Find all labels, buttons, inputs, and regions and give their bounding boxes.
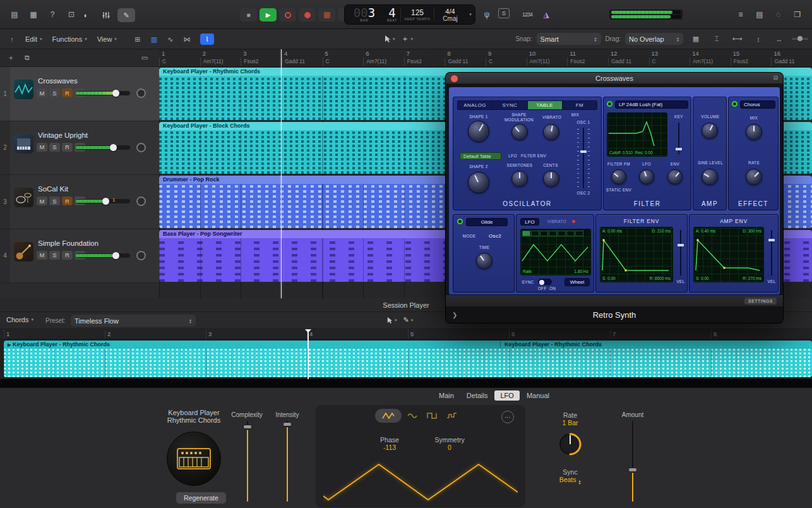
- regenerate-button[interactable]: Regenerate: [176, 492, 226, 504]
- dimmer-icon[interactable]: ◐: [77, 8, 95, 22]
- secondary-tool-selector[interactable]: ＋▾: [402, 33, 414, 44]
- record-button[interactable]: [279, 8, 296, 21]
- ibeam-icon[interactable]: ⌶: [710, 33, 724, 45]
- lfo-rate-value[interactable]: 1.80 Hz: [575, 269, 588, 274]
- ruler-bar-cell[interactable]: 10 Am7(11): [527, 49, 568, 67]
- static-label[interactable]: STATIC: [606, 188, 621, 192]
- osc-vibrato-knob[interactable]: [543, 124, 559, 140]
- amp-env-display[interactable]: A: 0.40 ms D: 300 ms S: 0.00 R: 270 ms: [693, 227, 764, 282]
- pan-knob[interactable]: [136, 88, 146, 98]
- metronome-icon[interactable]: ◮: [539, 8, 554, 21]
- filter-fm-knob[interactable]: [611, 169, 626, 184]
- record-enable-button[interactable]: R: [62, 197, 73, 205]
- add-track-button[interactable]: ＋: [4, 52, 18, 63]
- grid-icon[interactable]: ⊞: [131, 33, 145, 45]
- session-pointer-tool[interactable]: ▾: [386, 317, 397, 324]
- session-bar-number[interactable]: 5: [408, 329, 509, 339]
- library-icon[interactable]: ▤: [7, 8, 22, 21]
- zoom-slider[interactable]: [792, 38, 808, 40]
- lfo-sync-toggle[interactable]: [538, 279, 552, 285]
- drag-popup[interactable]: No Overlap▲▼: [625, 33, 683, 45]
- track-header-options-icon[interactable]: ▭: [138, 52, 152, 63]
- filter-env-knob[interactable]: [667, 169, 683, 184]
- replace-button[interactable]: [318, 8, 335, 21]
- track-view-icon[interactable]: ▥: [147, 33, 161, 45]
- glide-power-button[interactable]: [457, 219, 463, 224]
- disclosure-chevron-icon[interactable]: ❯: [452, 311, 457, 318]
- plugin-window-crosswaves[interactable]: Crosswaves ⊟ ANALOG SYNC TABLE FM SHAPE …: [446, 73, 783, 323]
- record-enable-button[interactable]: R: [62, 143, 73, 152]
- link-window-icon[interactable]: ⊟: [773, 75, 778, 81]
- sine-level-knob[interactable]: [702, 169, 718, 185]
- disclosure-icon[interactable]: ▶: [8, 342, 11, 347]
- keyboard-player-icon[interactable]: [167, 432, 221, 486]
- ruler-bar-cell[interactable]: 3 Fsus2: [241, 49, 282, 67]
- effect-mix-knob[interactable]: [746, 124, 762, 140]
- duplicate-track-button[interactable]: ⧉: [20, 52, 34, 63]
- ruler-bar-cell[interactable]: 15 Fsus2: [731, 49, 772, 67]
- amp-env-vel-slider[interactable]: [768, 230, 775, 275]
- tab-sync[interactable]: SYNC: [493, 101, 527, 109]
- solo-button[interactable]: S: [49, 143, 60, 152]
- ruler-bar-cell[interactable]: 5 C: [323, 49, 364, 67]
- view-menu[interactable]: View▾: [92, 29, 122, 49]
- filter-lfo-knob[interactable]: [639, 169, 654, 184]
- count-in-icon[interactable]: 1234: [520, 8, 535, 21]
- zoom-h-control[interactable]: ↔: [772, 33, 786, 45]
- track-name[interactable]: Simple Foundation: [38, 239, 99, 247]
- sine-wave-button[interactable]: [404, 409, 421, 423]
- tab-details[interactable]: Details: [461, 390, 494, 401]
- intensity-slider[interactable]: [282, 421, 292, 502]
- shape1-knob[interactable]: [468, 121, 489, 142]
- apple-loops-icon[interactable]: ◌: [771, 8, 786, 21]
- cents-knob[interactable]: [543, 171, 559, 187]
- session-bar-ruler[interactable]: 12345678: [0, 329, 812, 339]
- session-bar-number[interactable]: 3: [206, 329, 307, 339]
- ruler-bar-cell[interactable]: 13 C: [649, 49, 690, 67]
- session-bar-number[interactable]: 1: [4, 329, 105, 339]
- filter-display[interactable]: Cutoff: 0.510 Res: 0.00: [607, 112, 667, 157]
- session-bar-number[interactable]: 8: [711, 329, 812, 339]
- browser-icon[interactable]: ❒: [790, 8, 805, 21]
- default-table-menu[interactable]: Default Table: [460, 152, 501, 160]
- tab-manual[interactable]: Manual: [521, 390, 555, 401]
- ruler-bar-cell[interactable]: 9 C: [486, 49, 527, 67]
- solo-button[interactable]: S: [49, 251, 60, 260]
- track-header-crosswaves[interactable]: 1 Crosswaves M S R I: [0, 67, 159, 121]
- play-button[interactable]: ▶: [260, 8, 277, 21]
- list-editors-icon[interactable]: ≡: [733, 8, 748, 21]
- more-options-button[interactable]: ⋯: [501, 411, 514, 423]
- pan-knob[interactable]: [136, 143, 146, 152]
- pencil-mode-icon[interactable]: ✎: [117, 8, 135, 22]
- master-level-meter[interactable]: [609, 9, 683, 20]
- ruler-bar-cell[interactable]: 1 C: [159, 49, 200, 67]
- volume-slider[interactable]: [76, 91, 130, 95]
- edit-menu[interactable]: Edit▾: [20, 29, 47, 49]
- midi-draw-icon[interactable]: ⋈: [180, 33, 194, 45]
- lcd-chevron-icon[interactable]: ▾: [469, 12, 472, 17]
- effect-power-button[interactable]: [732, 101, 737, 107]
- solo-button[interactable]: S: [49, 88, 60, 97]
- record-enable-button[interactable]: R: [62, 251, 73, 260]
- lcd-display[interactable]: 003 BAR 4 BEAT 125 KEEP TEMPO 4/4 Cmaj ▾: [344, 4, 475, 25]
- ruler-bar-cell[interactable]: 6 Am7(11): [363, 49, 404, 67]
- ruler-bar-cell[interactable]: 2 Am7(11): [200, 49, 241, 67]
- glide-time-knob[interactable]: [476, 253, 493, 269]
- effect-type-menu[interactable]: Chorus: [740, 100, 775, 109]
- functions-menu[interactable]: Functions▾: [47, 29, 92, 49]
- zoom-v-control[interactable]: ↕: [751, 33, 765, 45]
- tab-analog[interactable]: ANALOG: [458, 101, 493, 109]
- lfo-wheel-button[interactable]: Wheel: [564, 278, 590, 286]
- session-playhead[interactable]: [307, 329, 309, 379]
- shape-mod-knob[interactable]: [511, 124, 528, 140]
- session-pencil-tool[interactable]: ✎▾: [403, 316, 414, 324]
- capture-recording-button[interactable]: [299, 8, 316, 21]
- bounds-icon[interactable]: ⟷: [731, 33, 744, 45]
- tuner-icon[interactable]: ψ: [479, 8, 494, 21]
- semitones-knob[interactable]: [511, 171, 528, 187]
- track-name[interactable]: Crosswaves: [38, 77, 78, 85]
- track-header-vintage-upright[interactable]: 2 Vintage Upright M S R I: [0, 121, 159, 176]
- volume-slider[interactable]: 1: [76, 199, 130, 203]
- filter-env-vel-slider[interactable]: [677, 230, 684, 275]
- amount-slider[interactable]: [628, 421, 638, 502]
